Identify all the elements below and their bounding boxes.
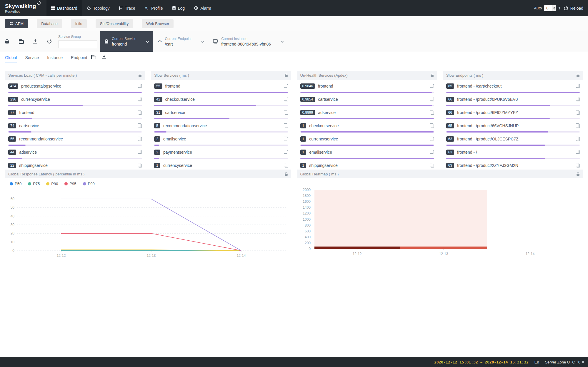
list-item[interactable]: 31cartservice	[154, 106, 288, 119]
copy-icon[interactable]	[576, 137, 580, 141]
list-item[interactable]: 85frontend - /cart/checkout	[446, 80, 580, 93]
copy-icon[interactable]	[138, 97, 142, 101]
page-tab-apm[interactable]: APM	[5, 19, 28, 28]
list-item[interactable]: 55recommendationservice	[8, 133, 142, 146]
nav-item-alarm[interactable]: Alarm	[189, 0, 216, 16]
copy-icon[interactable]	[284, 110, 288, 115]
step-up-icon[interactable]	[553, 7, 555, 8]
page-tab-selfobservability[interactable]: SelfObservability	[96, 19, 133, 28]
list-item[interactable]: 42checkoutservice	[154, 93, 288, 106]
copy-icon[interactable]	[576, 150, 580, 154]
legend-item-p99[interactable]: P99	[83, 182, 95, 186]
page-tab-database[interactable]: Database	[37, 19, 62, 28]
view-tab-instance[interactable]: Instance	[47, 52, 63, 63]
list-item[interactable]: 2paymentservice	[154, 146, 288, 159]
legend-item-p50[interactable]: P50	[10, 182, 21, 186]
list-item[interactable]: 2emailservice	[154, 133, 288, 146]
auto-interval-input[interactable]: 6	[544, 5, 556, 11]
lock-icon[interactable]	[285, 174, 288, 176]
selector-current-endpoint[interactable]: <>Current Endpoint/cart	[153, 31, 208, 52]
lock-button[interactable]	[0, 31, 14, 52]
nav-item-topology[interactable]: Topology	[82, 0, 114, 16]
selector-current-service[interactable]: Current Servicefrontend	[100, 31, 153, 52]
heatmap-chart[interactable]: 020040060080010001200140016001800200012-…	[297, 178, 580, 259]
step-down-icon[interactable]	[553, 9, 555, 10]
copy-icon[interactable]	[138, 84, 142, 88]
download-button[interactable]	[28, 31, 42, 52]
copy-icon[interactable]	[138, 123, 142, 128]
page-tab-istio[interactable]: Istio	[71, 19, 87, 28]
list-item[interactable]: 63frontend - /product/OLJCESPC7Z	[446, 133, 580, 146]
lock-icon[interactable]	[139, 75, 141, 77]
copy-icon[interactable]	[138, 150, 142, 154]
list-item[interactable]: 63frontend - /product/2ZYFJ3GM2N	[446, 159, 580, 168]
copy-icon[interactable]	[430, 137, 434, 141]
copy-icon[interactable]	[576, 110, 580, 115]
list-item[interactable]: 5recommendationservice	[154, 119, 288, 133]
download-button[interactable]	[102, 55, 106, 60]
copy-icon[interactable]	[284, 84, 288, 88]
nav-item-profile[interactable]: ∿Profile	[140, 0, 168, 16]
folder-button[interactable]	[91, 55, 96, 61]
list-item[interactable]: 236currencyservice	[8, 93, 142, 106]
list-item[interactable]: 1currencyservice	[300, 133, 434, 146]
nav-item-trace[interactable]: Trace	[114, 0, 140, 16]
nav-item-log[interactable]: Log	[168, 0, 189, 16]
list-item[interactable]: 22shippingservice	[8, 159, 142, 168]
list-item[interactable]: 1emailservice	[300, 146, 434, 159]
list-item[interactable]: 0.9846frontend	[300, 80, 434, 93]
list-item[interactable]: 1checkoutservice	[300, 119, 434, 133]
lock-icon[interactable]	[285, 75, 288, 77]
copy-icon[interactable]	[284, 163, 288, 167]
view-tab-endpoint[interactable]: Endpoint	[71, 52, 87, 63]
time-range-picker[interactable]: 2020-12-12 15:01:32 ~ 2020-12-14 15:31:3…	[434, 360, 529, 364]
copy-icon[interactable]	[284, 97, 288, 101]
legend-item-p90[interactable]: P90	[46, 182, 58, 186]
service-group-input[interactable]	[58, 40, 97, 48]
reload-button[interactable]: Reload	[570, 6, 583, 11]
copy-icon[interactable]	[138, 110, 142, 115]
lock-icon[interactable]	[577, 174, 579, 176]
list-item[interactable]: 44adservice	[8, 146, 142, 159]
copy-icon[interactable]	[576, 84, 580, 88]
list-item[interactable]: 0.9999adservice	[300, 106, 434, 119]
list-item[interactable]: 74cartservice	[8, 119, 142, 133]
copy-icon[interactable]	[430, 97, 434, 101]
list-item[interactable]: 66frontend - /product/6E92ZMYYFZ	[446, 106, 580, 119]
list-item[interactable]: 1currencyservice	[154, 159, 288, 168]
lock-icon[interactable]	[577, 75, 579, 77]
lock-icon[interactable]	[431, 75, 434, 77]
copy-icon[interactable]	[284, 123, 288, 128]
list-item[interactable]: 424productcatalogservice	[8, 80, 142, 93]
language-toggle[interactable]: En	[534, 360, 539, 364]
auto-interval-stepper[interactable]	[552, 5, 556, 11]
copy-icon[interactable]	[138, 163, 142, 167]
copy-icon[interactable]	[138, 137, 142, 141]
view-tab-global[interactable]: Global	[5, 52, 17, 63]
legend-item-p95[interactable]: P95	[64, 182, 76, 186]
list-item[interactable]: 63frontend - /	[446, 146, 580, 159]
list-item[interactable]: 65frontend - /product/66VCHSJNUP	[446, 119, 580, 133]
logo[interactable]: Skywalking Rocketbot	[0, 0, 45, 16]
copy-icon[interactable]	[576, 123, 580, 128]
list-item[interactable]: 1shippingservice	[300, 159, 434, 168]
folder-button[interactable]	[14, 31, 28, 52]
reload-refresh-icon[interactable]	[564, 6, 568, 10]
copy-icon[interactable]	[430, 150, 434, 154]
list-item[interactable]: 66frontend - /product/0PUK6V6EV0	[446, 93, 580, 106]
copy-icon[interactable]	[576, 97, 580, 101]
page-tab-web-browser[interactable]: Web Browser	[142, 19, 174, 28]
latency-line-chart[interactable]: 010203040506012-1212-1312-14	[5, 187, 291, 259]
server-zone-control[interactable]: Server Zone UTC +0	[545, 360, 584, 364]
view-tab-service[interactable]: Service	[25, 52, 39, 63]
refresh-button[interactable]	[42, 31, 56, 52]
copy-icon[interactable]	[430, 84, 434, 88]
copy-icon[interactable]	[430, 163, 434, 167]
copy-icon[interactable]	[284, 137, 288, 141]
copy-icon[interactable]	[284, 150, 288, 154]
list-item[interactable]: 77frontend	[8, 106, 142, 119]
legend-item-p75[interactable]: P75	[28, 182, 40, 186]
list-item[interactable]: 55frontend	[154, 80, 288, 93]
list-item[interactable]: 0.9854cartservice	[300, 93, 434, 106]
zone-stepper-icon[interactable]	[582, 361, 584, 363]
